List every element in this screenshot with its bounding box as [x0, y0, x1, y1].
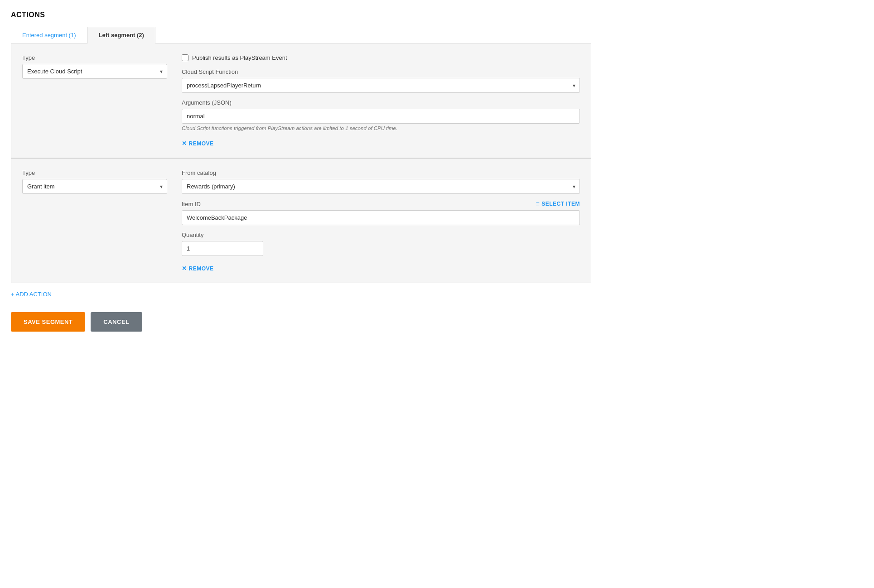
action2-itemid-label: Item ID	[182, 201, 201, 207]
action2-select-item-link[interactable]: ≡ SELECT ITEM	[536, 200, 580, 207]
tab-entered[interactable]: Entered segment (1)	[11, 27, 87, 43]
action1-remove-label: REMOVE	[189, 140, 214, 147]
tabs-container: Entered segment (1) Left segment (2)	[11, 26, 591, 43]
action-block-1: Type Execute Cloud Script Grant item Sen…	[11, 43, 591, 158]
action2-type-label: Type	[22, 169, 167, 176]
action1-arguments-group: Arguments (JSON) Cloud Script functions …	[182, 99, 580, 131]
cancel-button[interactable]: CANCEL	[91, 312, 142, 332]
action1-arguments-label: Arguments (JSON)	[182, 99, 580, 106]
action2-catalog-group: From catalog Rewards (primary) Default C…	[182, 169, 580, 194]
action2-catalog-label: From catalog	[182, 169, 580, 176]
action2-type-select[interactable]: Execute Cloud Script Grant item Send Pus…	[22, 179, 167, 194]
action1-remove-link[interactable]: ✕ REMOVE	[182, 140, 214, 147]
action2-type-select-wrapper: Execute Cloud Script Grant item Send Pus…	[22, 179, 167, 194]
action1-cloud-script-label: Cloud Script Function	[182, 68, 580, 75]
action1-publish-checkbox[interactable]	[182, 54, 188, 61]
add-action-link[interactable]: + ADD ACTION	[11, 291, 52, 298]
action-block-2: Type Execute Cloud Script Grant item Sen…	[11, 158, 591, 283]
action1-type-select-wrapper: Execute Cloud Script Grant item Send Pus…	[22, 64, 167, 79]
action1-left: Type Execute Cloud Script Grant item Sen…	[22, 54, 167, 79]
action2-quantity-group: Quantity	[182, 231, 580, 256]
action2-itemid-input[interactable]	[182, 210, 580, 225]
add-action-section: + ADD ACTION	[11, 283, 591, 308]
action2-select-item-label: SELECT ITEM	[541, 201, 580, 207]
footer-buttons: SAVE SEGMENT CANCEL	[11, 312, 591, 332]
action2-remove-label: REMOVE	[189, 265, 214, 272]
add-action-label: + ADD ACTION	[11, 291, 52, 298]
action2-right: From catalog Rewards (primary) Default C…	[182, 169, 580, 272]
page-title: ACTIONS	[11, 11, 591, 19]
action1-cloud-script-select-wrapper: processLapsedPlayerReturn helloWorld ite…	[182, 78, 580, 93]
action1-arguments-input[interactable]	[182, 109, 580, 124]
action2-catalog-select-wrapper: Rewards (primary) Default Catalog Test C…	[182, 179, 580, 194]
action1-cloud-script-group: Cloud Script Function processLapsedPlaye…	[182, 68, 580, 93]
action2-itemid-group: Item ID ≡ SELECT ITEM	[182, 200, 580, 225]
action2-quantity-input[interactable]	[182, 241, 263, 256]
action2-quantity-label: Quantity	[182, 231, 580, 238]
action1-type-label: Type	[22, 54, 167, 61]
action2-left: Type Execute Cloud Script Grant item Sen…	[22, 169, 167, 194]
save-segment-button[interactable]: SAVE SEGMENT	[11, 312, 85, 332]
action1-publish-row: Publish results as PlayStream Event	[182, 54, 580, 61]
action2-remove-link[interactable]: ✕ REMOVE	[182, 265, 214, 272]
action2-remove-x-icon: ✕	[182, 265, 187, 272]
action2-list-icon: ≡	[536, 200, 540, 207]
tab-left[interactable]: Left segment (2)	[87, 27, 155, 43]
action1-hint-text: Cloud Script functions triggered from Pl…	[182, 125, 580, 131]
action2-catalog-select[interactable]: Rewards (primary) Default Catalog Test C…	[182, 179, 580, 194]
action1-remove-x-icon: ✕	[182, 140, 187, 147]
action1-type-select[interactable]: Execute Cloud Script Grant item Send Pus…	[22, 64, 167, 79]
action1-right: Publish results as PlayStream Event Clou…	[182, 54, 580, 147]
action1-publish-label: Publish results as PlayStream Event	[192, 54, 287, 61]
action2-itemid-header-row: Item ID ≡ SELECT ITEM	[182, 200, 580, 207]
action1-cloud-script-select[interactable]: processLapsedPlayerReturn helloWorld ite…	[182, 78, 580, 93]
